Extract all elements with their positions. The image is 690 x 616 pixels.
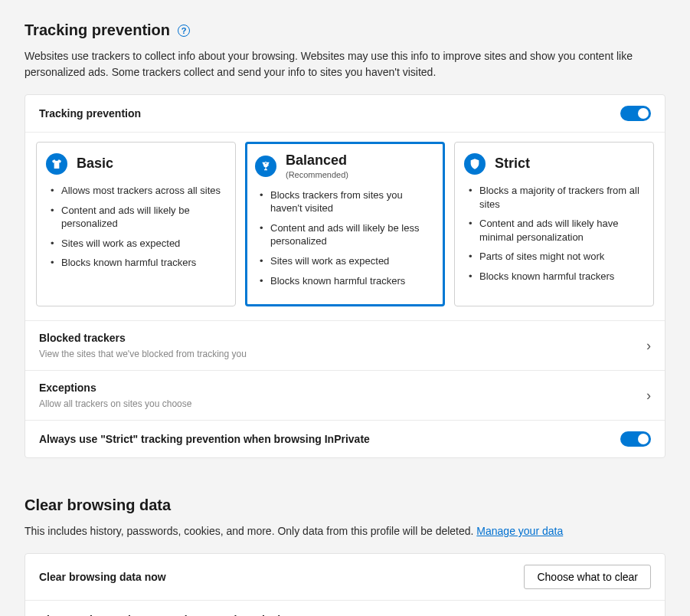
list-item: Sites will work as expected: [49, 237, 226, 251]
option-basic-list: Allows most trackers across all sites Co…: [46, 184, 226, 270]
clear-on-close-label: Choose what to clear every time you clos…: [39, 614, 636, 616]
clear-now-row: Clear browsing data now Choose what to c…: [25, 554, 665, 601]
list-item: Content and ads will likely be personali…: [49, 204, 226, 231]
clear-now-label: Clear browsing data now: [39, 571, 513, 583]
chevron-right-icon: ›: [646, 611, 651, 616]
exceptions-title: Exceptions: [39, 382, 636, 394]
clear-heading-text: Clear browsing data: [25, 496, 171, 514]
toggle-knob: [638, 434, 649, 444]
clear-on-close-row[interactable]: Choose what to clear every time you clos…: [25, 601, 665, 616]
exceptions-row[interactable]: Exceptions Allow all trackers on sites y…: [25, 371, 665, 421]
chevron-right-icon: ›: [646, 338, 651, 354]
tracking-card: Tracking prevention Basic Allows most tr…: [25, 94, 665, 458]
toggle-knob: [638, 108, 649, 119]
option-basic[interactable]: Basic Allows most trackers across all si…: [36, 142, 236, 306]
option-balanced-head: Balanced (Recommended): [255, 153, 435, 179]
list-item: Sites will work as expected: [258, 254, 435, 268]
list-item: Blocks a majority of trackers from all s…: [467, 184, 644, 211]
list-item: Parts of sites might not work: [467, 250, 644, 264]
inprivate-strict-row: Always use "Strict" tracking prevention …: [25, 421, 665, 457]
list-item: Allows most trackers across all sites: [49, 184, 226, 198]
tracking-toggle-label: Tracking prevention: [39, 107, 610, 120]
tracking-heading-text: Tracking prevention: [25, 21, 170, 39]
shield-icon: [464, 153, 486, 175]
option-balanced-title: Balanced: [286, 153, 348, 169]
tracking-options-row: Basic Allows most trackers across all si…: [25, 133, 665, 321]
blocked-trackers-row[interactable]: Blocked trackers View the sites that we'…: [25, 321, 665, 371]
exceptions-sub: Allow all trackers on sites you choose: [39, 398, 636, 409]
list-item: Blocks known harmful trackers: [467, 270, 644, 283]
tracking-toggle[interactable]: [620, 106, 651, 121]
option-strict-title: Strict: [495, 156, 530, 172]
list-item: Blocks trackers from sites you haven't v…: [258, 188, 435, 215]
tracking-prevention-heading: Tracking prevention ?: [25, 21, 665, 39]
choose-what-to-clear-button[interactable]: Choose what to clear: [524, 565, 651, 589]
clear-description: This includes history, passwords, cookie…: [25, 523, 637, 539]
option-strict-list: Blocks a majority of trackers from all s…: [464, 184, 644, 283]
option-basic-title: Basic: [77, 156, 113, 172]
clear-data-card: Clear browsing data now Choose what to c…: [25, 553, 665, 616]
blocked-trackers-title: Blocked trackers: [39, 332, 636, 344]
list-item: Blocks known harmful trackers: [49, 256, 226, 270]
chevron-right-icon: ›: [646, 388, 651, 404]
list-item: Content and ads will likely be less pers…: [258, 221, 435, 248]
tracking-toggle-row: Tracking prevention: [25, 95, 665, 133]
blocked-trackers-sub: View the sites that we've blocked from t…: [39, 349, 636, 359]
tshirt-icon: [46, 153, 67, 175]
option-balanced-list: Blocks trackers from sites you haven't v…: [255, 188, 435, 287]
option-balanced-subtitle: (Recommended): [286, 170, 348, 179]
clear-data-heading: Clear browsing data: [25, 496, 665, 514]
tracking-description: Websites use trackers to collect info ab…: [25, 48, 637, 80]
scale-icon: [255, 156, 276, 177]
list-item: Content and ads will likely have minimal…: [467, 217, 644, 244]
clear-desc-text: This includes history, passwords, cookie…: [25, 525, 476, 537]
option-strict[interactable]: Strict Blocks a majority of trackers fro…: [454, 142, 654, 306]
option-balanced[interactable]: Balanced (Recommended) Blocks trackers f…: [245, 142, 445, 306]
option-strict-head: Strict: [464, 153, 644, 175]
list-item: Blocks known harmful trackers: [258, 274, 435, 288]
inprivate-strict-label: Always use "Strict" tracking prevention …: [39, 433, 610, 445]
inprivate-toggle[interactable]: [620, 431, 651, 447]
manage-data-link[interactable]: Manage your data: [476, 525, 563, 537]
help-icon[interactable]: ?: [178, 25, 190, 37]
option-basic-head: Basic: [46, 153, 226, 175]
